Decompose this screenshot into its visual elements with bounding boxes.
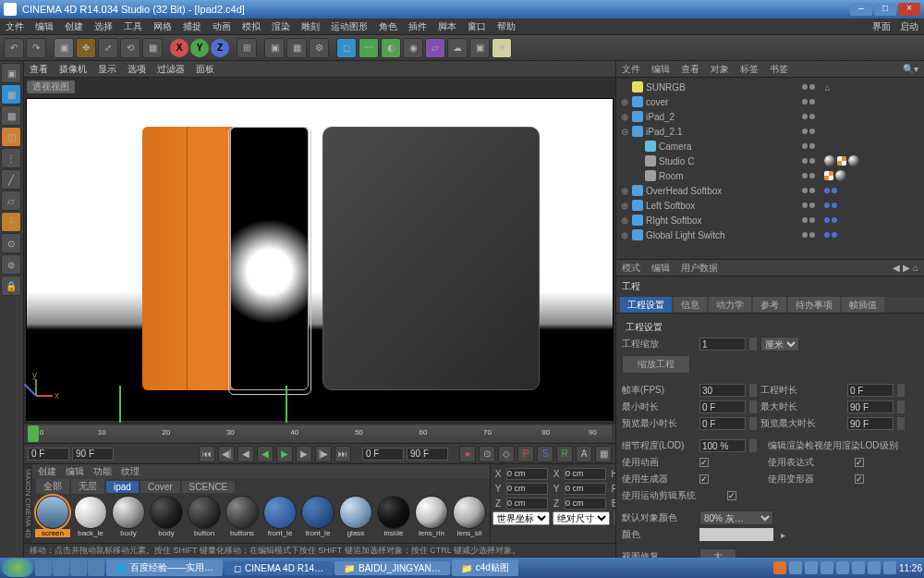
proj-time-input[interactable]	[847, 384, 894, 397]
tray-icon[interactable]	[789, 561, 802, 574]
project-scale-unit[interactable]: 厘米	[760, 337, 799, 351]
material-tag[interactable]	[835, 170, 846, 181]
next-frame-button[interactable]: ▶	[296, 446, 312, 462]
lock-button[interactable]: 🔒	[1, 276, 21, 296]
play-back-button[interactable]: ◀	[257, 446, 274, 462]
expand-icon[interactable]: ⊕	[620, 215, 629, 226]
mat-menu-tex[interactable]: 纹理	[121, 465, 140, 478]
maximize-button[interactable]: □	[874, 3, 896, 16]
camera-button[interactable]: ▣	[469, 38, 490, 58]
attr-tab-dyn[interactable]: 动力学	[709, 297, 751, 313]
material-item[interactable]: screen	[34, 496, 71, 541]
tray-icon[interactable]	[821, 561, 833, 574]
workplane-button[interactable]: ◫	[1, 127, 21, 147]
material-item[interactable]: lens_sil	[451, 496, 488, 541]
vp-options[interactable]: 选项	[128, 63, 146, 76]
use-motion-check[interactable]: ✓	[727, 491, 736, 500]
coord-rel-select[interactable]: 绝对尺寸	[553, 511, 610, 525]
material-tag[interactable]	[848, 155, 859, 166]
layer-cover[interactable]: Cover	[140, 481, 180, 493]
task-baidu[interactable]: 🌐百度经验——实用…	[106, 560, 223, 576]
object-flags[interactable]	[802, 198, 922, 213]
vp-panel[interactable]: 面板	[196, 63, 214, 76]
ql-4[interactable]	[88, 560, 104, 576]
start-button[interactable]	[2, 559, 33, 577]
min-time-input[interactable]	[699, 400, 746, 413]
menu-plugins[interactable]: 插件	[408, 20, 427, 33]
tray-icon[interactable]	[836, 561, 849, 574]
menu-tools[interactable]: 工具	[124, 20, 142, 33]
object-row[interactable]: SUNRGB	[620, 80, 796, 94]
object-flags[interactable]	[802, 183, 922, 198]
mat-menu-create[interactable]: 创建	[38, 465, 56, 478]
menu-file[interactable]: 文件	[6, 20, 24, 33]
tray-clock[interactable]: 11:26	[899, 563, 922, 573]
nurbs-button[interactable]: ◐	[381, 38, 401, 58]
deformer-button[interactable]: ▱	[425, 38, 445, 58]
play-button[interactable]: ▶	[276, 446, 293, 462]
scale-project-button[interactable]: 缩放工程	[622, 355, 690, 374]
polygon-mode-button[interactable]: ▱	[1, 191, 21, 211]
render-dot[interactable]	[809, 173, 815, 178]
render-dot[interactable]	[809, 99, 815, 105]
key-param-button[interactable]: A	[576, 446, 592, 462]
lod-input[interactable]	[699, 439, 746, 452]
timeline-playhead[interactable]	[28, 425, 39, 442]
ql-1[interactable]	[35, 560, 52, 576]
object-row[interactable]: ⊕Global Light Switch	[620, 228, 796, 242]
object-row[interactable]: ⊕RIght Softbox	[620, 213, 796, 228]
autokey-button[interactable]: ⊙	[479, 446, 495, 462]
tray-sogou-icon[interactable]	[773, 561, 786, 574]
menu-mograph[interactable]: 运动图形	[331, 20, 368, 33]
attr-tab-ref[interactable]: 参考	[753, 297, 786, 313]
generator-button[interactable]: ◉	[403, 38, 423, 58]
keyframe-sel-button[interactable]: ◇	[498, 446, 515, 462]
attr-tab-interp[interactable]: 帧插值	[842, 297, 884, 313]
tray-icon[interactable]	[805, 561, 818, 574]
object-flags[interactable]	[802, 109, 922, 124]
tray-icon[interactable]	[883, 561, 896, 574]
primitive-cube-button[interactable]: ◻	[336, 38, 357, 58]
goto-end-button[interactable]: ⏭	[334, 446, 351, 462]
tray-icon[interactable]	[852, 561, 865, 574]
render-settings-button[interactable]: ⚙	[309, 38, 329, 58]
render-view-button[interactable]: ▣	[264, 38, 285, 58]
object-flags[interactable]	[802, 154, 922, 168]
om-search-icon[interactable]: 🔍▾	[903, 64, 918, 74]
vp-display[interactable]: 显示	[98, 63, 116, 76]
material-tag[interactable]	[824, 155, 835, 166]
coord-mode-select[interactable]: 世界坐标	[492, 511, 550, 525]
task-folder2[interactable]: 📁c4d贴图	[452, 560, 518, 576]
key-pla-button[interactable]: ▦	[595, 446, 612, 462]
material-item[interactable]: glass	[337, 496, 374, 541]
object-flags[interactable]	[802, 168, 922, 183]
visibility-dot[interactable]	[802, 84, 808, 90]
material-item[interactable]: lens_rin	[413, 496, 450, 541]
am-user[interactable]: 用户数据	[681, 262, 718, 275]
om-tab-file[interactable]: 文件	[622, 63, 640, 76]
light-button[interactable]: ☀	[492, 38, 512, 58]
object-flags[interactable]: ⌂	[802, 80, 922, 94]
layout-dropdown[interactable]: 启动	[900, 20, 918, 33]
layer-ipad[interactable]: ipad	[106, 481, 139, 493]
expand-icon[interactable]: ⊕	[620, 201, 629, 211]
material-item[interactable]: body	[148, 496, 185, 541]
material-item[interactable]: inside	[375, 496, 412, 541]
key-scale-button[interactable]: S	[537, 446, 553, 462]
mat-menu-edit[interactable]: 编辑	[66, 465, 84, 478]
visibility-dot[interactable]	[802, 232, 808, 238]
render-dot[interactable]	[809, 114, 815, 119]
render-dot[interactable]	[809, 203, 815, 208]
pmin-input[interactable]	[699, 417, 746, 430]
object-row[interactable]: ⊕cover	[620, 94, 796, 109]
use-gen-check[interactable]: ✓	[699, 474, 709, 484]
expand-icon[interactable]: ⊕	[620, 97, 629, 107]
visibility-dot[interactable]	[802, 188, 808, 193]
color-swatch[interactable]	[699, 528, 773, 541]
am-nav-icons[interactable]: ◀ ▶ ⌂	[893, 263, 918, 273]
attr-tab-project[interactable]: 工程设置	[620, 297, 672, 313]
render-dot[interactable]	[809, 188, 815, 193]
coord-x[interactable]	[506, 468, 548, 480]
close-button[interactable]: ×	[898, 3, 920, 16]
frame-cur2-input[interactable]	[362, 448, 404, 461]
